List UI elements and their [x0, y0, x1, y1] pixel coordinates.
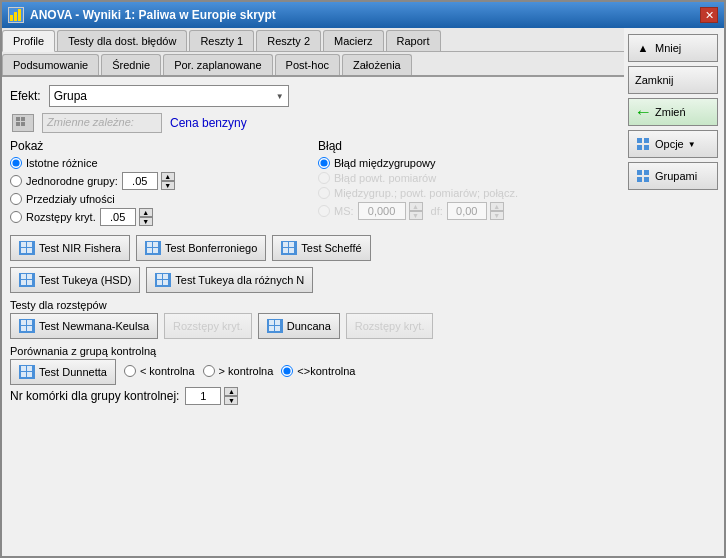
radio-less-input[interactable]: [124, 365, 136, 377]
radio-powt: Błąd powt. pomiarów: [318, 172, 616, 184]
efekt-dropdown[interactable]: Grupa ▼: [49, 85, 289, 107]
tab-podsumowanie[interactable]: Podsumowanie: [2, 54, 99, 75]
tab-raport[interactable]: Raport: [386, 30, 441, 51]
zmienne-input[interactable]: Zmienne zależne:: [42, 113, 162, 133]
svg-rect-6: [21, 122, 25, 126]
svg-rect-13: [147, 248, 152, 253]
svg-rect-39: [637, 138, 642, 143]
jednorodne-spinner-down[interactable]: ▼: [161, 181, 175, 190]
jednorodne-spinner-up[interactable]: ▲: [161, 172, 175, 181]
rozstepy-kryt1-button[interactable]: Rozstępy kryt.: [164, 313, 252, 339]
blad-column: Błąd Błąd międzygrupowy Błąd powt. pomia…: [318, 139, 616, 229]
right-panel: ▲ Mniej Zamknij ← Zmień: [624, 28, 724, 556]
nr-komorki-row: Nr komórki dla grupy kontrolnej: ▲ ▼: [10, 387, 616, 405]
svg-rect-28: [27, 320, 32, 325]
svg-rect-3: [16, 117, 20, 121]
nr-komorki-spinner-up[interactable]: ▲: [224, 387, 238, 396]
df-spinner-up[interactable]: ▲: [490, 202, 504, 211]
jednorodne-spinner: ▲ ▼: [122, 172, 175, 190]
close-button[interactable]: ✕: [700, 7, 718, 23]
test-buttons-row2: Test Tukeya (HSD) Test Tukeya dla różnyc…: [10, 267, 616, 293]
df-spinner-down[interactable]: ▼: [490, 211, 504, 220]
rozstepy-section-title: Testy dla rozstępów: [10, 299, 616, 311]
radio-notequal-input[interactable]: [281, 365, 293, 377]
radio-rozstepy-input[interactable]: [10, 211, 22, 223]
svg-rect-1: [14, 12, 17, 21]
grupami-button[interactable]: Grupami: [628, 162, 718, 190]
svg-rect-30: [27, 326, 32, 331]
tab-testy-dos[interactable]: Testy dla dost. błędów: [57, 30, 187, 51]
dunnetta-icon: [19, 365, 35, 379]
radio-jednorodne-input[interactable]: [10, 175, 22, 187]
tabs-row-2: Podsumowanie Średnie Por. zaplanowane Po…: [2, 52, 624, 77]
mniej-button[interactable]: ▲ Mniej: [628, 34, 718, 62]
svg-rect-17: [283, 248, 288, 253]
nr-komorki-spinner-down[interactable]: ▼: [224, 396, 238, 405]
porownania-section-title: Porównania z grupą kontrolną: [10, 345, 616, 357]
radio-miedzy-powt-input[interactable]: [318, 187, 330, 199]
duncana-button[interactable]: Duncana: [258, 313, 340, 339]
opcje-button[interactable]: Opcje ▼: [628, 130, 718, 158]
svg-rect-8: [27, 242, 32, 247]
tab-reszty1[interactable]: Reszty 1: [189, 30, 254, 51]
tab-post-hoc[interactable]: Post-hoc: [275, 54, 340, 75]
tab-reszty2[interactable]: Reszty 2: [256, 30, 321, 51]
radio-powt-input[interactable]: [318, 172, 330, 184]
cena-benzyny-link[interactable]: Cena benzyny: [170, 116, 247, 130]
two-col-section: Pokaż Istotne różnice Jednorodne grupy:: [10, 139, 616, 229]
rozstepy-spinner: ▲ ▼: [100, 208, 153, 226]
rozstepy-spinner-up[interactable]: ▲: [139, 208, 153, 217]
ms-spinner-up[interactable]: ▲: [409, 202, 423, 211]
svg-rect-42: [644, 145, 649, 150]
ms-spinner-input[interactable]: [358, 202, 406, 220]
ms-spinner-down[interactable]: ▼: [409, 211, 423, 220]
svg-rect-44: [644, 170, 649, 175]
tab-por-zaplanowane[interactable]: Por. zaplanowane: [163, 54, 272, 75]
bonferroniego-button[interactable]: Test Bonferroniego: [136, 235, 266, 261]
tab-macierz[interactable]: Macierz: [323, 30, 384, 51]
svg-rect-36: [27, 366, 32, 371]
jednorodne-spinner-input[interactable]: [122, 172, 158, 190]
svg-rect-40: [644, 138, 649, 143]
zmienne-row: Zmienne zależne: Cena benzyny: [12, 113, 616, 133]
tukeya-n-button[interactable]: Test Tukeya dla różnych N: [146, 267, 313, 293]
tukeya-hsd-icon: [19, 273, 35, 287]
radio-miedzy: Błąd międzygrupowy: [318, 157, 616, 169]
blad-title: Błąd: [318, 139, 616, 153]
svg-rect-15: [283, 242, 288, 247]
zamknij-button[interactable]: Zamknij: [628, 66, 718, 94]
radio-istotne: Istotne różnice: [10, 157, 308, 169]
tab-srednie[interactable]: Średnie: [101, 54, 161, 75]
ms-spinner: ▲ ▼: [358, 202, 423, 220]
svg-rect-33: [269, 326, 274, 331]
svg-rect-16: [289, 242, 294, 247]
radio-miedzy-input[interactable]: [318, 157, 330, 169]
mniej-icon: ▲: [635, 40, 651, 56]
svg-rect-12: [153, 242, 158, 247]
pokaz-column: Pokaż Istotne różnice Jednorodne grupy:: [10, 139, 308, 229]
zmien-button[interactable]: ← Zmień: [628, 98, 718, 126]
df-spinner-input[interactable]: [447, 202, 487, 220]
tab-zalozenia[interactable]: Założenia: [342, 54, 412, 75]
radio-greater-input[interactable]: [203, 365, 215, 377]
newmana-button[interactable]: Test Newmana-Keulsa: [10, 313, 158, 339]
nr-komorki-input[interactable]: [185, 387, 221, 405]
nir-fishera-button[interactable]: Test NIR Fishera: [10, 235, 130, 261]
radio-przedialy-input[interactable]: [10, 193, 22, 205]
scheffe-button[interactable]: Test Scheffé: [272, 235, 370, 261]
svg-rect-34: [275, 326, 280, 331]
test-buttons-row1: Test NIR Fishera Test Bonferroniego: [10, 235, 616, 261]
svg-rect-23: [157, 274, 162, 279]
radio-istotne-input[interactable]: [10, 157, 22, 169]
tab-profile[interactable]: Profile: [2, 30, 55, 52]
window-title: ANOVA - Wyniki 1: Paliwa w Europie skryp…: [30, 8, 276, 22]
newmana-icon: [19, 319, 35, 333]
svg-rect-9: [21, 248, 26, 253]
svg-rect-38: [27, 372, 32, 377]
rozstepy-kryt2-button[interactable]: Rozstępy kryt.: [346, 313, 434, 339]
dunnetta-button[interactable]: Test Dunnetta: [10, 359, 116, 385]
radio-ms-input[interactable]: [318, 205, 330, 217]
rozstepy-spinner-down[interactable]: ▼: [139, 217, 153, 226]
rozstepy-spinner-input[interactable]: [100, 208, 136, 226]
tukeya-hsd-button[interactable]: Test Tukeya (HSD): [10, 267, 140, 293]
